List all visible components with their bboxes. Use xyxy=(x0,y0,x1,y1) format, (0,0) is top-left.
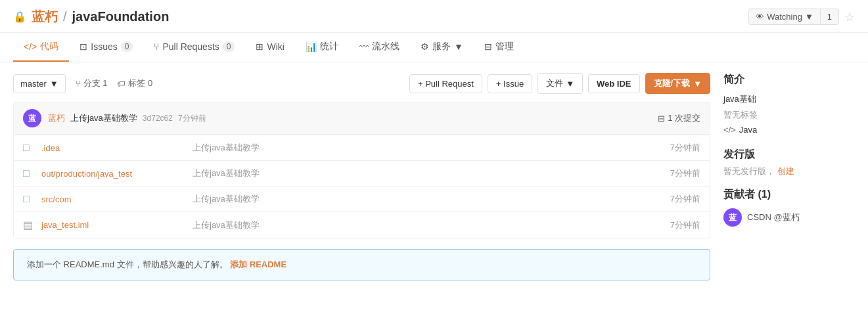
commit-author[interactable]: 蓝朽 xyxy=(48,112,65,124)
tag-count: 🏷 标签 0 xyxy=(117,78,152,89)
tab-wiki-label: Wiki xyxy=(267,41,284,52)
commits-label: 1 次提交 xyxy=(668,112,700,124)
table-row: ▤ java_test.iml 上传java基础教学 7分钟前 xyxy=(14,212,710,238)
release-text: 暂无发行版， xyxy=(723,166,775,176)
file-commit-msg: 上传java基础教学 xyxy=(193,142,664,154)
lock-icon: 🔒 xyxy=(13,11,26,23)
contributor-avatar: 蓝 xyxy=(723,208,742,227)
nav-tabs: </> 代码 ⊡ Issues 0 ⑂ Pull Requests 0 ⊞ Wi… xyxy=(0,33,868,62)
tab-wiki[interactable]: ⊞ Wiki xyxy=(245,34,294,61)
main-content: master ▼ ⑂ 分支 1 🏷 标签 0 + Pull Request + … xyxy=(13,73,710,280)
tag-icon: 🏷 xyxy=(117,79,126,89)
pull-request-button[interactable]: + Pull Request xyxy=(409,74,482,93)
tab-issues[interactable]: ⊡ Issues 0 xyxy=(69,34,143,61)
sidebar-contributors-title: 贡献者 (1) xyxy=(723,188,855,202)
clone-button[interactable]: 克隆/下载 ▼ xyxy=(645,73,711,94)
tab-code[interactable]: </> 代码 xyxy=(13,33,69,62)
contributor-avatar-text: 蓝 xyxy=(729,212,737,223)
table-row: □ out/production/java_test 上传java基础教学 7分… xyxy=(14,160,710,186)
tab-pr-label: Pull Requests xyxy=(162,41,219,52)
sidebar: 简介 java基础 暂无标签 </> Java 发行版 暂无发行版， 创建 贡献… xyxy=(723,73,855,280)
table-row: □ src/com 上传java基础教学 7分钟前 xyxy=(14,186,710,212)
branch-count: ⑂ 分支 1 xyxy=(76,78,108,89)
folder-icon: □ xyxy=(23,142,35,154)
commit-header: 蓝 蓝朽 上传java基础教学 3d72c62 7分钟前 ⊟ 1 次提交 xyxy=(13,102,710,135)
tab-pipeline[interactable]: 〰 流水线 xyxy=(349,33,410,62)
sidebar-release: 发行版 暂无发行版， 创建 xyxy=(723,148,855,177)
add-readme-link[interactable]: 添加 README xyxy=(230,259,286,269)
tags-label: 标签 0 xyxy=(128,78,152,89)
avatar-text: 蓝 xyxy=(28,113,36,124)
branch-icon: ⑂ xyxy=(76,79,81,89)
lang-label: Java xyxy=(739,125,757,135)
file-time: 7分钟前 xyxy=(670,168,700,179)
admin-icon: ⊟ xyxy=(484,41,492,52)
lang-icon: </> xyxy=(723,125,736,135)
commit-time: 7分钟前 xyxy=(178,113,206,124)
commit-message: 上传java基础教学 xyxy=(70,112,137,124)
pr-icon: ⑂ xyxy=(154,41,159,52)
commit-hash[interactable]: 3d72c62 xyxy=(143,114,173,123)
file-name[interactable]: java_test.iml xyxy=(41,220,186,230)
file-time: 7分钟前 xyxy=(670,142,700,154)
file-commit-msg: 上传java基础教学 xyxy=(193,219,664,231)
watch-button[interactable]: 👁 Watching ▼ 1 xyxy=(748,9,839,25)
commit-count: ⊟ 1 次提交 xyxy=(658,112,700,124)
issues-icon: ⊡ xyxy=(80,41,87,52)
branch-name: master xyxy=(20,79,47,89)
tab-services-label: 服务 xyxy=(432,41,451,53)
tab-pull-requests[interactable]: ⑂ Pull Requests 0 xyxy=(143,34,245,61)
header-bar: 🔒 蓝朽 / javaFoundation 👁 Watching ▼ 1 ☆ xyxy=(0,0,868,33)
folder-icon: □ xyxy=(23,193,35,205)
release-create-link[interactable]: 创建 xyxy=(777,166,794,176)
tab-stats[interactable]: 📊 统计 xyxy=(295,33,349,62)
sidebar-intro: 简介 java基础 暂无标签 </> Java xyxy=(723,73,855,135)
code-icon: </> xyxy=(24,41,37,52)
tab-admin[interactable]: ⊟ 管理 xyxy=(474,33,524,62)
services-icon: ⚙ xyxy=(421,41,429,52)
sidebar-intro-lang: </> Java xyxy=(723,125,855,135)
file-dropdown-icon: ▼ xyxy=(566,79,574,89)
header-actions: 👁 Watching ▼ 1 ☆ xyxy=(748,9,855,25)
tab-stats-label: 统计 xyxy=(320,41,338,53)
org-name[interactable]: 蓝朽 xyxy=(32,8,58,26)
file-table: □ .idea 上传java基础教学 7分钟前 □ out/production… xyxy=(13,135,710,238)
avatar: 蓝 xyxy=(23,109,41,127)
tab-issues-label: Issues xyxy=(91,41,117,52)
clone-btn-label: 克隆/下载 xyxy=(654,78,691,89)
issues-badge: 0 xyxy=(121,41,133,52)
list-item: 蓝 CSDN @蓝朽 xyxy=(723,208,855,227)
webide-button[interactable]: Web IDE xyxy=(588,74,640,93)
eye-icon: 👁 xyxy=(756,12,764,22)
file-name[interactable]: .idea xyxy=(41,143,186,153)
toolbar-right: + Pull Request + Issue 文件 ▼ Web IDE 克隆/下… xyxy=(409,73,710,94)
file-btn-label: 文件 xyxy=(546,78,563,89)
tab-admin-label: 管理 xyxy=(495,41,514,53)
content-area: master ▼ ⑂ 分支 1 🏷 标签 0 + Pull Request + … xyxy=(0,62,868,291)
sidebar-release-title: 发行版 xyxy=(723,148,855,162)
branch-dropdown-icon: ▼ xyxy=(50,79,58,89)
file-button[interactable]: 文件 ▼ xyxy=(537,73,583,94)
tab-services[interactable]: ⚙ 服务 ▼ xyxy=(410,33,474,62)
file-name[interactable]: out/production/java_test xyxy=(41,169,186,179)
watch-dropdown-icon[interactable]: ▼ xyxy=(805,12,813,22)
star-button[interactable]: ☆ xyxy=(844,10,855,24)
separator: / xyxy=(63,9,67,24)
repo-title: 🔒 蓝朽 / javaFoundation xyxy=(13,8,169,26)
toolbar: master ▼ ⑂ 分支 1 🏷 标签 0 + Pull Request + … xyxy=(13,73,710,94)
contributor-name[interactable]: CSDN @蓝朽 xyxy=(747,212,800,223)
table-row: □ .idea 上传java基础教学 7分钟前 xyxy=(14,135,710,160)
watch-label[interactable]: 👁 Watching ▼ xyxy=(749,9,820,24)
tab-pipeline-label: 流水线 xyxy=(372,41,400,53)
file-name[interactable]: src/com xyxy=(41,194,186,204)
branches-label: 分支 1 xyxy=(83,78,108,89)
services-dropdown-icon: ▼ xyxy=(454,41,463,52)
issue-button[interactable]: + Issue xyxy=(488,74,532,93)
repo-name[interactable]: javaFoundation xyxy=(72,9,170,24)
wiki-icon: ⊞ xyxy=(256,41,263,52)
sidebar-contributors: 贡献者 (1) 蓝 CSDN @蓝朽 xyxy=(723,188,855,227)
clone-dropdown-icon: ▼ xyxy=(693,79,702,89)
pr-badge: 0 xyxy=(223,41,235,52)
tab-code-label: 代码 xyxy=(40,41,58,53)
branch-select[interactable]: master ▼ xyxy=(13,74,66,93)
